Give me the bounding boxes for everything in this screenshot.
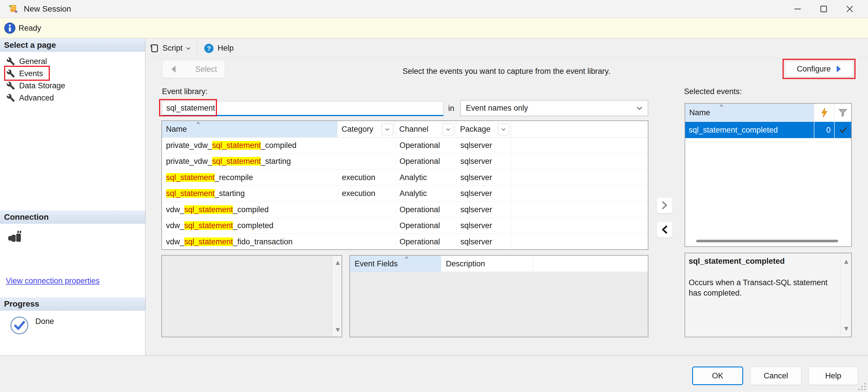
configure-button[interactable]: Configure	[785, 61, 853, 77]
event-row[interactable]: sql_statement_starting execution Analyti…	[162, 186, 648, 202]
select-back-button[interactable]: Select	[162, 61, 225, 78]
selected-event-name: sql_statement_completed	[685, 126, 814, 135]
chevron-left-icon	[661, 226, 668, 234]
column-header-filler	[512, 121, 648, 137]
event-description-title: sql_statement_completed	[689, 257, 838, 266]
column-header-category[interactable]: Category	[338, 121, 395, 137]
sidebar-item-label: Events	[19, 69, 43, 78]
sort-ascending-icon: ^	[720, 103, 723, 110]
scroll-down-icon[interactable]: ▼	[334, 326, 341, 333]
event-search-value: sql_statement	[166, 104, 215, 112]
column-header-filter[interactable]	[834, 104, 851, 122]
wrench-icon	[6, 69, 15, 78]
in-label: in	[448, 104, 454, 113]
wrench-icon	[6, 94, 15, 102]
script-label: Script	[162, 44, 183, 53]
ok-button[interactable]: OK	[692, 366, 743, 385]
package-filter-button[interactable]	[498, 124, 509, 135]
event-row[interactable]: private_vdw_sql_statement_compiled Opera…	[162, 137, 648, 154]
maximize-button[interactable]	[817, 2, 830, 15]
sidebar-item-label: Advanced	[19, 94, 54, 102]
minimize-icon	[793, 5, 802, 13]
scroll-up-icon[interactable]: ▲	[334, 259, 341, 266]
help-icon: ?	[204, 43, 214, 54]
selected-event-row[interactable]: sql_statement_completed 0	[685, 122, 851, 138]
progress-header: Progress	[0, 297, 145, 311]
connection-plug-icon	[7, 229, 24, 244]
search-scope-dropdown[interactable]: Event names only	[460, 100, 648, 116]
column-header-description[interactable]: Description	[441, 256, 533, 272]
event-row[interactable]: vdw_sql_statement_fido_transaction Opera…	[162, 234, 648, 250]
event-row[interactable]: sql_statement_recompile execution Analyt…	[162, 170, 648, 186]
sidebar-item-advanced[interactable]: Advanced	[6, 92, 54, 104]
script-dropdown-icon	[186, 47, 191, 50]
event-description-body: Occurs when a Transact-SQL statement has…	[689, 277, 838, 298]
column-header-filler	[533, 256, 648, 272]
vertical-scrollbar[interactable]: ▲ ▼	[840, 254, 850, 336]
event-library-label: Event library:	[162, 87, 208, 96]
event-row[interactable]: private_vdw_sql_statement_starting Opera…	[162, 154, 648, 170]
instruction-text: Select the events you want to capture fr…	[401, 67, 612, 76]
event-fields-table: ^ Event Fields Description	[349, 255, 648, 337]
chevron-down-icon	[446, 128, 451, 131]
search-scope-value: Event names only	[466, 104, 528, 112]
sidebar: Select a page General Events Data Storag…	[0, 38, 146, 355]
sidebar-item-events[interactable]: Events	[6, 67, 43, 79]
sidebar-item-data-storage[interactable]: Data Storage	[6, 79, 65, 92]
wrench-icon	[6, 81, 15, 90]
event-fields-header: ^ Event Fields Description	[350, 256, 648, 272]
select-back-label: Select	[195, 65, 217, 74]
remove-event-button[interactable]	[656, 222, 673, 238]
progress-status: Done	[35, 317, 54, 326]
toolbar-separator	[197, 42, 197, 55]
cancel-label: Cancel	[764, 371, 788, 381]
help-toolbar-button[interactable]: ? Help	[199, 40, 238, 57]
sort-ascending-icon: ^	[197, 121, 199, 128]
status-strip: Ready	[0, 18, 868, 38]
close-icon	[845, 5, 854, 13]
column-header-event-fields[interactable]: ^ Event Fields	[350, 256, 441, 272]
event-table-header: ^ Name Category Channel Package	[162, 121, 648, 137]
new-session-app-icon	[7, 3, 19, 15]
selected-event-filter-check	[834, 122, 851, 138]
forward-arrow-icon	[836, 65, 842, 73]
event-row[interactable]: vdw_sql_statement_compiled Operational s…	[162, 202, 648, 218]
help-toolbar-label: Help	[218, 44, 234, 53]
scroll-down-icon[interactable]: ▼	[843, 325, 850, 332]
sidebar-item-label: Data Storage	[19, 81, 65, 90]
column-header-channel[interactable]: Channel	[395, 121, 456, 137]
maximize-icon	[819, 5, 828, 13]
event-search-input[interactable]: sql_statement	[162, 101, 443, 116]
column-header-name[interactable]: ^ Name	[685, 104, 814, 122]
resize-grip[interactable]	[857, 382, 866, 390]
minimize-button[interactable]	[791, 2, 804, 15]
category-filter-button[interactable]	[381, 124, 393, 135]
toolbar: Script ? Help	[146, 38, 868, 58]
selected-events-table: ^ Name sql_statement_completed 0	[685, 103, 852, 247]
select-a-page-header: Select a page	[0, 38, 145, 52]
help-label: Help	[825, 371, 841, 381]
help-button[interactable]: Help	[809, 366, 858, 385]
script-button[interactable]: Script	[146, 40, 195, 57]
back-arrow-icon	[170, 65, 177, 73]
cancel-button[interactable]: Cancel	[750, 366, 801, 385]
title-bar: New Session	[0, 0, 868, 18]
view-connection-properties-link[interactable]: View connection properties	[6, 276, 100, 286]
column-header-package[interactable]: Package	[456, 121, 512, 137]
scroll-up-icon[interactable]: ▲	[843, 258, 850, 265]
filter-funnel-icon	[838, 108, 847, 117]
horizontal-scrollbar[interactable]	[696, 240, 838, 242]
close-button[interactable]	[843, 2, 857, 15]
event-description-panel: sql_statement_completed Occurs when a Tr…	[685, 253, 852, 337]
selected-events-header: ^ Name	[685, 104, 851, 122]
column-header-name[interactable]: ^ Name	[162, 121, 338, 137]
channel-filter-button[interactable]	[442, 124, 454, 135]
event-row[interactable]: vdw_sql_statement_completed Operational …	[162, 218, 648, 234]
sidebar-item-general[interactable]: General	[6, 55, 47, 67]
info-icon	[4, 22, 16, 34]
column-header-actions[interactable]	[814, 104, 834, 122]
vertical-scrollbar[interactable]: ▲ ▼	[332, 256, 342, 337]
wrench-icon	[6, 57, 15, 66]
event-detail-placeholder-panel: ▲ ▼	[161, 255, 342, 337]
add-event-button[interactable]	[656, 197, 673, 214]
